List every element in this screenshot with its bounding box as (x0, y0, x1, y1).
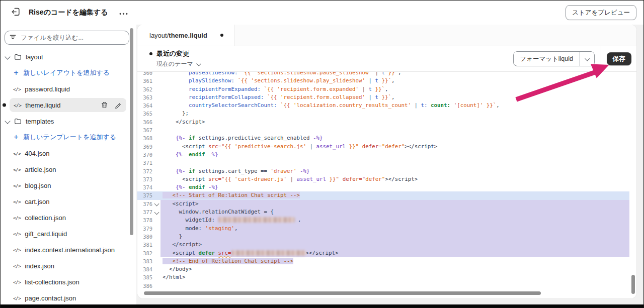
file-filter-input[interactable] (20, 34, 124, 42)
code-line-383[interactable]: 383 <!-- End of Re:lation Chat script --… (137, 257, 636, 265)
code-line-380[interactable]: 380 } (137, 233, 636, 241)
format-label: フォーマットliquid (514, 55, 579, 63)
tab-theme-liquid[interactable]: layout/theme.liquid (137, 25, 234, 46)
file-row-theme.liquid[interactable]: </>theme.liquid (10, 98, 126, 112)
save-button[interactable]: 保存 (607, 52, 631, 65)
file-row-404.json[interactable]: </>404.json (1, 145, 136, 161)
line-number: 372 (137, 167, 160, 175)
line-number: 383 (137, 257, 160, 265)
tab-path: layout/ (149, 32, 169, 39)
rename-icon[interactable] (115, 101, 121, 109)
code-line-386[interactable]: 386 (137, 282, 636, 290)
file-row-blog.json[interactable]: </>blog.json (1, 177, 136, 193)
vertical-scrollbar[interactable] (631, 275, 635, 294)
code-line-385[interactable]: 385</html> (137, 273, 636, 281)
bottom-edge (1, 304, 643, 307)
code-line-368[interactable]: 368 {%- if settings.predictive_search_en… (137, 134, 636, 142)
code-line-366[interactable]: 366 </script> (137, 118, 636, 126)
code-line-363[interactable]: 363 recipientFormCollapsed: `{{ 'recipie… (137, 93, 636, 101)
sidebar-add-button[interactable]: +新しいテンプレートを追加する (1, 129, 136, 145)
line-number: 368 (137, 134, 160, 142)
code-line-371[interactable]: 371 (137, 159, 636, 167)
exit-editor-button[interactable] (10, 7, 22, 19)
filter-icon (10, 33, 16, 42)
file-filter (5, 31, 129, 45)
code-line-365[interactable]: 365 }; (137, 110, 636, 118)
fold-chevron-icon[interactable] (154, 210, 159, 215)
shopify-code-editor-window: Riseのコードを編集する ストアをプレビュー layout+新しいレイアウトを… (0, 0, 644, 308)
exit-icon (11, 7, 21, 19)
code-file-icon: </> (13, 295, 21, 301)
code-editor[interactable]: 360 pauseSlideshow: `{{ 'sections.slides… (137, 72, 636, 298)
current-theme-label: 現在のテーマ (156, 60, 193, 68)
code-line-376[interactable]: 376 <script> (137, 200, 636, 208)
tab-filename: theme.liquid (169, 32, 207, 39)
code-file-icon: </> (13, 183, 21, 188)
current-theme-dropdown[interactable]: 現在のテーマ (156, 60, 200, 68)
file-row-cart.json[interactable]: </>cart.json (1, 193, 136, 210)
code-line-374[interactable]: 374 {%- endif -%} (137, 183, 636, 191)
code-line-375[interactable]: 375 <!-- Start of Re:lation Chat script … (137, 191, 636, 199)
line-number: 379 (137, 225, 160, 233)
code-file-icon: </> (14, 102, 21, 108)
line-number: 381 (137, 241, 160, 249)
line-number: 380 (137, 233, 160, 241)
sidebar-add-button[interactable]: +新しいレイアウトを追加する (1, 65, 136, 81)
file-row-gift_card.liquid[interactable]: </>gift_card.liquid (1, 226, 136, 242)
file-row-password.liquid[interactable]: </>password.liquid (1, 81, 136, 97)
code-line-362[interactable]: 362 recipientFormExpanded: `{{ 'recipien… (137, 85, 636, 93)
file-row-collection.json[interactable]: </>collection.json (1, 210, 136, 226)
redacted-text (218, 217, 295, 223)
line-number: 371 (137, 159, 160, 167)
tab-bar: layout/theme.liquid (137, 25, 636, 46)
line-number: 361 (137, 77, 160, 85)
code-file-icon: </> (13, 167, 21, 172)
line-number: 360 (137, 72, 160, 77)
line-number: 367 (137, 126, 160, 134)
file-row-index.context.international.json[interactable]: </>index.context.international.json (1, 242, 136, 258)
code-line-382[interactable]: 382 <script defer src=></script> (137, 249, 636, 257)
recent-changes: 最近の変更 現在のテーマ (149, 49, 200, 68)
code-line-378[interactable]: 378 widgetId: , (137, 216, 636, 224)
file-row-list-collections.json[interactable]: </>list-collections.json (1, 274, 136, 290)
line-number: 378 (137, 216, 160, 224)
format-liquid-button[interactable]: フォーマットliquid (513, 51, 595, 66)
overflow-menu-button[interactable] (119, 8, 128, 17)
line-number: 374 (137, 183, 160, 191)
code-line-373[interactable]: 373 <script src="{{ 'cart-drawer.js' | a… (137, 175, 636, 183)
code-line-372[interactable]: 372 {%- if settings.cart_type == 'drawer… (137, 167, 636, 175)
preview-store-button[interactable]: ストアをプレビュー (566, 5, 636, 20)
code-line-379[interactable]: 379 mode: 'staging', (137, 225, 636, 233)
code-line-360[interactable]: 360 pauseSlideshow: `{{ 'sections.slides… (137, 72, 636, 77)
code-line-381[interactable]: 381 </script> (137, 241, 636, 249)
sidebar-folder-templates[interactable]: templates (1, 113, 136, 129)
format-dropdown-toggle[interactable] (580, 52, 594, 66)
unsaved-dot (220, 34, 223, 37)
line-number: 373 (137, 175, 160, 183)
file-row-index.json[interactable]: </>index.json (1, 258, 136, 274)
sidebar-scrollbar[interactable] (130, 28, 133, 235)
code-file-icon: </> (13, 215, 21, 221)
line-number: 385 (137, 273, 160, 281)
code-line-364[interactable]: 364 countrySelectorSearchCount: `{{ 'loc… (137, 101, 636, 110)
delete-icon[interactable] (101, 101, 108, 109)
horizontal-scrollbar[interactable] (144, 291, 541, 295)
folder-icon (14, 53, 22, 61)
sidebar-folder-layout[interactable]: layout (1, 49, 136, 65)
fold-chevron-icon[interactable] (154, 201, 159, 207)
file-row-article.json[interactable]: </>article.json (1, 161, 136, 177)
line-number: 364 (137, 101, 160, 110)
redacted-text (231, 250, 306, 256)
code-line-369[interactable]: 369 <script src="{{ 'predictive-search.j… (137, 143, 636, 151)
chevron-down-icon (5, 118, 10, 124)
code-line-361[interactable]: 361 playSlideshow: `{{ 'sections.slidesh… (137, 77, 636, 85)
file-sidebar: layout+新しいレイアウトを追加する</>password.liquid</… (1, 25, 136, 304)
code-file-icon: </> (13, 231, 21, 237)
code-line-377[interactable]: 377 window.relationChatWidget = { (137, 208, 636, 216)
plus-icon: + (13, 69, 19, 77)
file-row-page.contact.json[interactable]: </>page.contact.json (1, 290, 136, 304)
code-line-370[interactable]: 370 {%- endif -%} (137, 151, 636, 159)
code-line-384[interactable]: 384 </body> (137, 265, 636, 273)
main-content: layout+新しいレイアウトを追加する</>password.liquid</… (1, 25, 643, 304)
code-line-367[interactable]: 367 (137, 126, 636, 134)
